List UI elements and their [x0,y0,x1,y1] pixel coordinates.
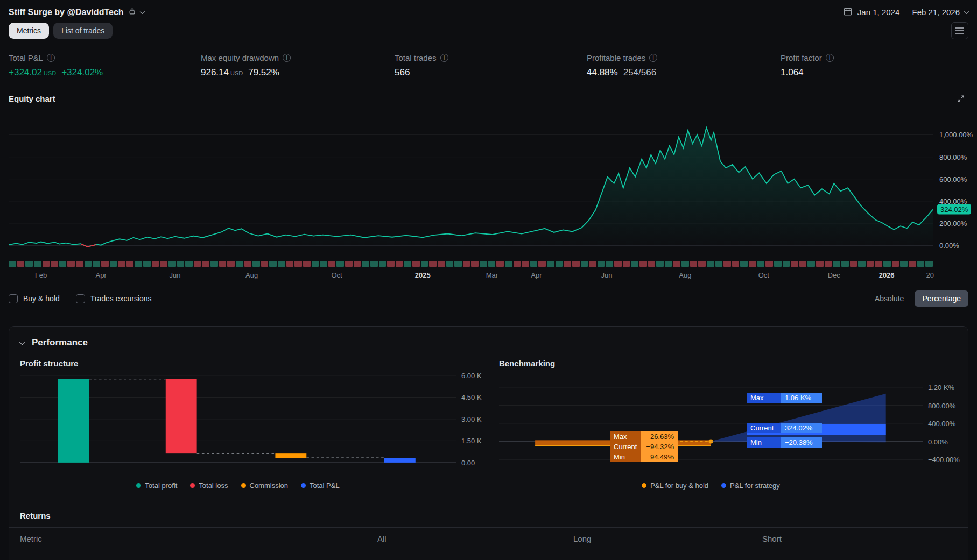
metric-value: 566 [395,67,410,77]
chevron-down-icon [19,339,25,345]
metrics-summary-row: Total P&L +324.02USD+324.02% Max equity … [9,53,968,78]
col-short: Short [762,534,957,543]
metric-profit-factor: Profit factor 1.064 [781,53,968,78]
report-layout-menu-button[interactable] [951,22,968,39]
absolute-button[interactable]: Absolute [869,290,909,307]
profit-y-tick: 1.50 K [461,437,482,445]
performance-panel-header[interactable]: Performance [9,327,968,350]
trade-strip-segment [17,261,25,267]
metric-max-drawdown: Max equity drawdown 926.14USD79.52% [201,53,395,78]
trades-excursions-toggle[interactable]: Trades excursions [76,294,152,303]
trade-strip-segment [783,261,790,267]
trades-excursions-checkbox[interactable] [76,294,85,303]
legend-dot [136,483,141,488]
metric-total-trades: Total trades 566 [395,53,587,78]
tab-list-of-trades[interactable]: List of trades [53,23,113,39]
benchmark-y-tick: 400.00% [928,420,955,428]
trade-strip-segment [9,261,16,267]
trade-strip-segment [202,261,209,267]
strategy-current-chip: Current 324.02% [747,423,822,433]
trade-strip-segment [707,261,714,267]
legend-label: Commission [250,481,289,490]
metric-value: 1.064 [781,67,804,77]
trade-strip-segment [185,261,193,267]
trade-strip-segment [429,261,437,267]
trade-strip-segment [547,261,554,267]
metric-label: Total trades [395,53,437,62]
buyhold-min-chip: Min −94.49% [610,452,678,462]
strategy-title-dropdown[interactable]: Stiff Surge by @DaviddTech [9,8,144,17]
info-icon [649,54,657,62]
trade-strip-segment [294,261,302,267]
trade-strip-segment [631,261,638,267]
current-value-badge: 324.02% [937,204,971,215]
legend-label: Total loss [199,481,228,490]
chart-controls-row: Buy & hold Trades excursions Absolute Pe… [9,290,968,307]
trade-strip-segment [219,261,227,267]
trade-strip-segment [336,261,344,267]
trade-strip-segment [59,261,67,267]
trade-strip-segment [749,261,756,267]
trade-strip-segment [446,261,454,267]
legend-dot [190,483,195,488]
equity-y-axis: 1,000.00%800.00%600.00%400.00%200.00%0.0… [933,107,977,258]
trade-strip-segment [404,261,411,267]
legend-item: Total P&L [301,481,340,490]
trade-strip-segment [312,261,319,267]
trade-strip-segment [538,261,546,267]
expand-icon [957,94,965,103]
trade-strip-segment [76,261,83,267]
metric-total-pnl: Total P&L +324.02USD+324.02% [9,53,201,78]
top-bar: Stiff Surge by @DaviddTech Jan 1, 2024 —… [0,0,977,18]
trades-excursions-label: Trades excursions [90,294,152,303]
equity-x-axis: FebAprJunAugOct2025MarAprJunAugOctDec202… [9,271,933,281]
metric-value: 926.14 [201,67,229,77]
benchmark-y-tick: 0.00% [928,437,948,445]
metric-extra: 79.52% [248,67,279,77]
equity-y-tick: 200.00% [939,219,967,228]
metric-value: 44.88% [587,67,618,77]
trade-strip-segment [85,261,92,267]
trade-strip-segment [530,261,538,267]
equity-x-tick: Mar [486,271,498,279]
trade-strip-segment [210,261,218,267]
profit-y-tick: 4.50 K [461,393,482,401]
metric-label: Profit factor [781,53,822,62]
metric-extra: 254/566 [623,67,656,77]
equity-y-tick: 600.00% [939,175,967,183]
equity-x-tick: Feb [35,271,47,279]
trade-strip-segment [269,261,277,267]
trade-strip-segment [67,261,75,267]
buy-hold-toggle[interactable]: Buy & hold [9,294,60,303]
date-range-picker[interactable]: Jan 1, 2024 — Feb 21, 2026 [843,6,968,18]
tab-metrics[interactable]: Metrics [9,23,49,39]
col-metric: Metric [20,534,377,543]
trade-strip-segment [681,261,689,267]
equity-x-tick: Jun [601,271,612,279]
profit-structure-chart [20,375,456,475]
info-icon [283,54,291,62]
trade-strip-segment [715,261,723,267]
trade-strip-segment [463,261,470,267]
equity-x-tick: Jun [170,271,181,279]
legend-label: Total P&L [310,481,340,490]
profit-y-tick: 6.00 K [461,372,482,380]
trade-strip-segment [850,261,857,267]
trade-strip-segment [168,261,176,267]
trade-strip-segment [572,261,580,267]
fullscreen-button[interactable] [953,91,968,106]
strategy-min-chip: Min −20.38% [747,437,822,448]
trade-strip-segment [841,261,849,267]
trade-strip-segment [799,261,807,267]
returns-table-header: Metric All Long Short [9,528,968,550]
percentage-button[interactable]: Percentage [915,290,968,307]
trade-strip-segment [421,261,428,267]
trade-strip-segment [740,261,748,267]
trade-strip-segment [496,261,504,267]
page-title: Stiff Surge by @DaviddTech [9,8,124,17]
equity-y-tick: 1,000.00% [939,131,973,139]
trade-strip-segment [690,261,698,267]
legend-item: P&L for strategy [721,481,780,490]
trade-strip-segment [765,261,773,267]
buy-hold-checkbox[interactable] [9,294,18,303]
